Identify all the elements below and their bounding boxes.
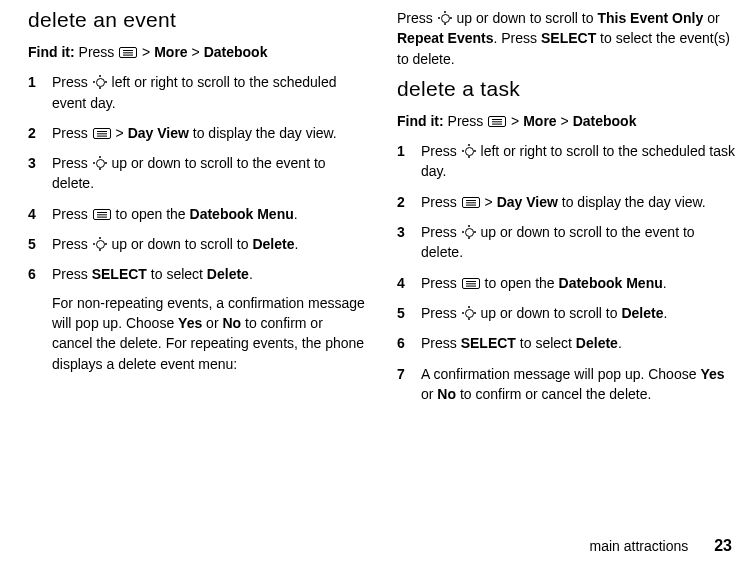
right-column: Press up or down to scroll to This Event… <box>397 8 736 414</box>
step-4: 4 Press to open the Datebook Menu. <box>397 273 736 293</box>
step-6: 6 Press SELECT to select Delete. <box>397 333 736 353</box>
findit-sep2: > <box>188 44 204 60</box>
menu-icon <box>119 47 137 58</box>
delete-event-continuation: Press up or down to scroll to This Event… <box>397 8 736 69</box>
menu-icon <box>462 278 480 289</box>
step-body: Press > Day View to display the day view… <box>421 192 736 212</box>
nav-icon <box>462 306 476 320</box>
findit-prefix: Press <box>79 44 119 60</box>
step-num: 2 <box>397 192 421 212</box>
step-num: 7 <box>397 364 421 405</box>
step-5: 5 Press up or down to scroll to Delete. <box>28 234 367 254</box>
menu-icon <box>93 209 111 220</box>
step-num: 1 <box>397 141 421 182</box>
menu-icon <box>462 197 480 208</box>
step-2: 2 Press > Day View to display the day vi… <box>397 192 736 212</box>
step-body: Press to open the Datebook Menu. <box>421 273 736 293</box>
step-4: 4 Press to open the Datebook Menu. <box>28 204 367 224</box>
step-num: 4 <box>397 273 421 293</box>
page-footer: main attractions 23 <box>589 537 732 555</box>
step-5: 5 Press up or down to scroll to Delete. <box>397 303 736 323</box>
footer-page-number: 23 <box>714 537 732 554</box>
step-num: 3 <box>397 222 421 263</box>
nav-icon <box>462 144 476 158</box>
nav-icon <box>93 75 107 89</box>
nav-icon <box>438 11 452 25</box>
step-num: 6 <box>28 264 52 373</box>
menu-icon <box>93 128 111 139</box>
step-2: 2 Press > Day View to display the day vi… <box>28 123 367 143</box>
step-body: Press left or right to scroll to the sch… <box>52 72 367 113</box>
footer-section: main attractions <box>589 538 688 554</box>
heading-delete-event: delete an event <box>28 8 367 32</box>
nav-icon <box>462 225 476 239</box>
heading-delete-task: delete a task <box>397 77 736 101</box>
step-body: Press > Day View to display the day view… <box>52 123 367 143</box>
step-body: A confirmation message will pop up. Choo… <box>421 364 736 405</box>
step-body: Press left or right to scroll to the sch… <box>421 141 736 182</box>
findit-task: Find it: Press > More > Datebook <box>397 111 736 131</box>
step-num: 5 <box>397 303 421 323</box>
step-body: Press to open the Datebook Menu. <box>52 204 367 224</box>
findit-datebook: Datebook <box>204 44 268 60</box>
steps-event: 1 Press left or right to scroll to the s… <box>28 72 367 374</box>
step-7: 7 A confirmation message will pop up. Ch… <box>397 364 736 405</box>
step-num: 4 <box>28 204 52 224</box>
findit-more: More <box>523 113 556 129</box>
step-body: Press up or down to scroll to Delete. <box>52 234 367 254</box>
step-body: Press up or down to scroll to Delete. <box>421 303 736 323</box>
findit-event: Find it: Press > More > Datebook <box>28 42 367 62</box>
nav-icon <box>93 237 107 251</box>
findit-sep2: > <box>557 113 573 129</box>
step-1: 1 Press left or right to scroll to the s… <box>28 72 367 113</box>
step-3: 3 Press up or down to scroll to the even… <box>28 153 367 194</box>
step-body: Press up or down to scroll to the event … <box>421 222 736 263</box>
step-body: Press SELECT to select Delete. For non-r… <box>52 264 367 373</box>
left-column: delete an event Find it: Press > More > … <box>28 8 367 414</box>
findit-prefix: Press <box>448 113 488 129</box>
menu-icon <box>488 116 506 127</box>
step-num: 2 <box>28 123 52 143</box>
findit-sep1: > <box>138 44 154 60</box>
findit-datebook: Datebook <box>573 113 637 129</box>
findit-label: Find it: <box>397 113 444 129</box>
step-6: 6 Press SELECT to select Delete. For non… <box>28 264 367 373</box>
nav-icon <box>93 156 107 170</box>
step-3: 3 Press up or down to scroll to the even… <box>397 222 736 263</box>
step-num: 3 <box>28 153 52 194</box>
findit-label: Find it: <box>28 44 75 60</box>
step-num: 6 <box>397 333 421 353</box>
step-6-note: For non-repeating events, a confirmation… <box>52 293 367 374</box>
step-body: Press SELECT to select Delete. <box>421 333 736 353</box>
findit-more: More <box>154 44 187 60</box>
step-1: 1 Press left or right to scroll to the s… <box>397 141 736 182</box>
step-body: Press up or down to scroll to the event … <box>52 153 367 194</box>
step-num: 5 <box>28 234 52 254</box>
findit-sep1: > <box>507 113 523 129</box>
steps-task: 1 Press left or right to scroll to the s… <box>397 141 736 404</box>
step-num: 1 <box>28 72 52 113</box>
